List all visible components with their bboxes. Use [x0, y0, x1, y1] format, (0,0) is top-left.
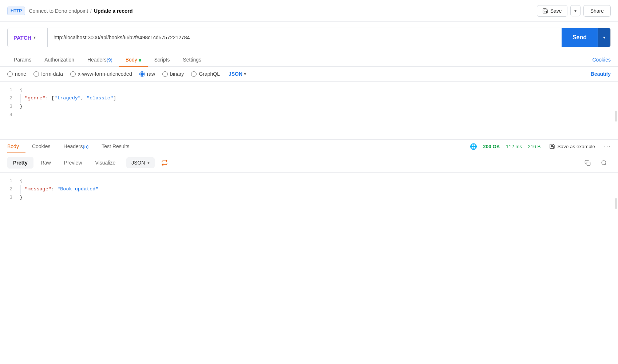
resp-line-num-1: 1	[0, 177, 18, 185]
resp-format-raw[interactable]: Raw	[35, 157, 57, 169]
req-line-num-2: 2	[0, 94, 18, 103]
body-type-form-data[interactable]: form-data	[33, 71, 63, 77]
body-type-none[interactable]: none	[7, 71, 26, 77]
resp-action-buttons	[581, 157, 611, 169]
resp-line-num-3: 3	[0, 194, 18, 202]
req-line-1: 1 {	[0, 86, 618, 94]
tab-headers-badge: (9)	[107, 57, 112, 63]
word-wrap-button[interactable]	[158, 157, 171, 169]
body-type-raw-radio[interactable]	[139, 71, 145, 77]
body-type-binary-radio[interactable]	[162, 71, 168, 77]
body-type-urlencoded-radio[interactable]	[70, 71, 76, 77]
status-size: 216 B	[528, 144, 540, 149]
req-line-num-4: 4	[0, 111, 18, 119]
save-label: Save	[550, 8, 562, 14]
breadcrumb-current: Update a record	[94, 8, 133, 14]
body-type-raw-label: raw	[147, 71, 155, 77]
response-format-row: Pretty Raw Preview Visualize JSON ▾	[0, 153, 618, 173]
resp-tab-cookies[interactable]: Cookies	[25, 140, 57, 153]
resp-tab-headers-badge: (5)	[83, 144, 88, 149]
tab-scripts[interactable]: Scripts	[148, 53, 177, 66]
save-button[interactable]: Save	[537, 5, 567, 17]
body-type-form-data-label: form-data	[41, 71, 63, 77]
body-type-raw[interactable]: raw	[139, 71, 155, 77]
save-example-label: Save as example	[557, 144, 595, 149]
more-options-button[interactable]: ⋯	[604, 142, 611, 150]
resp-json-format-button[interactable]: JSON ▾	[126, 157, 154, 168]
method-selector[interactable]: PATCH ▾	[8, 28, 48, 47]
status-time: 112 ms	[506, 144, 522, 149]
response-body-editor: 1 { 2 "message": "Book updated" 3 }	[0, 173, 618, 223]
response-status-area: 🌐 200 OK 112 ms 216 B Save as example ⋯	[470, 142, 611, 151]
resp-line-content-1: {	[18, 177, 618, 185]
req-editor-scrollbar	[615, 82, 617, 139]
more-options-dots: ⋯	[604, 142, 611, 150]
body-type-graphql[interactable]: GraphQL	[191, 71, 220, 77]
breadcrumb-parent: Connect to Deno endpoint	[29, 8, 88, 14]
req-line-content-2: "genre": ["tragedy", "classic"]	[18, 94, 618, 103]
req-line-2: 2 "genre": ["tragedy", "classic"]	[0, 94, 618, 103]
svg-point-1	[602, 161, 606, 165]
tab-body[interactable]: Body	[119, 53, 148, 66]
url-bar: PATCH ▾ Send ▾	[7, 28, 611, 47]
send-btn-group: Send ▾	[562, 28, 610, 47]
copy-response-button[interactable]	[581, 157, 594, 169]
send-dropdown-button[interactable]: ▾	[598, 28, 610, 47]
tab-settings[interactable]: Settings	[176, 53, 208, 66]
resp-format-pretty[interactable]: Pretty	[7, 157, 33, 169]
resp-tab-body[interactable]: Body	[7, 140, 25, 153]
resp-editor-scrollbar	[615, 173, 617, 223]
req-line-num-1: 1	[0, 86, 18, 94]
tab-body-label: Body	[126, 57, 137, 63]
search-response-button[interactable]	[597, 157, 611, 169]
http-badge: HTTP	[7, 7, 25, 15]
status-code: 200 OK	[483, 144, 500, 149]
resp-line-1: 1 {	[0, 177, 618, 185]
tab-params[interactable]: Params	[7, 53, 38, 66]
request-body-editor[interactable]: 1 { 2 "genre": ["tragedy", "classic"] 3 …	[0, 82, 618, 140]
resp-tab-test-results[interactable]: Test Results	[95, 140, 136, 153]
beautify-button[interactable]: Beautify	[591, 71, 611, 77]
copy-icon	[585, 160, 591, 166]
resp-line-content-2: "message": "Book updated"	[18, 185, 618, 194]
method-chevron-icon: ▾	[33, 35, 36, 40]
app-header: HTTP Connect to Deno endpoint / Update a…	[0, 0, 618, 22]
tab-headers[interactable]: Headers(9)	[81, 53, 119, 66]
json-format-chevron-icon: ▾	[244, 71, 246, 76]
resp-scrollbar-thumb	[615, 198, 617, 209]
header-left: HTTP Connect to Deno endpoint / Update a…	[7, 7, 133, 15]
tab-authorization[interactable]: Authorization	[38, 53, 81, 66]
body-type-binary[interactable]: binary	[162, 71, 184, 77]
share-button[interactable]: Share	[583, 5, 611, 17]
req-line-4: 4	[0, 111, 618, 119]
req-line-content-3: }	[18, 103, 618, 111]
body-type-form-data-radio[interactable]	[33, 71, 39, 77]
resp-tab-headers-label: Headers	[64, 143, 83, 149]
body-type-binary-label: binary	[170, 71, 184, 77]
body-type-graphql-radio[interactable]	[191, 71, 197, 77]
cookies-link[interactable]: Cookies	[592, 57, 611, 63]
resp-format-preview[interactable]: Preview	[58, 157, 88, 169]
url-input[interactable]	[48, 28, 562, 47]
req-line-3: 3 }	[0, 103, 618, 111]
req-line-num-3: 3	[0, 103, 18, 111]
send-button[interactable]: Send	[562, 28, 598, 47]
search-icon	[601, 160, 607, 166]
body-type-none-label: none	[15, 71, 26, 77]
body-type-urlencoded[interactable]: x-www-form-urlencoded	[70, 71, 132, 77]
wrap-icon	[161, 159, 168, 166]
json-format-selector[interactable]: JSON ▾	[229, 71, 246, 77]
resp-line-content-3: }	[18, 194, 618, 202]
resp-line-num-2: 2	[0, 185, 18, 194]
save-as-example-button[interactable]: Save as example	[546, 142, 598, 151]
save-dropdown-button[interactable]: ▾	[570, 5, 581, 16]
req-line-content-1: {	[18, 86, 618, 94]
breadcrumb: Connect to Deno endpoint / Update a reco…	[29, 8, 132, 14]
body-type-graphql-label: GraphQL	[199, 71, 220, 77]
response-tabs-row: Body Cookies Headers(5) Test Results 🌐 2…	[0, 140, 618, 153]
resp-tab-headers[interactable]: Headers(5)	[57, 140, 95, 153]
body-type-urlencoded-label: x-www-form-urlencoded	[78, 71, 132, 77]
body-type-none-radio[interactable]	[7, 71, 13, 77]
resp-format-visualize[interactable]: Visualize	[90, 157, 122, 169]
body-type-row: none form-data x-www-form-urlencoded raw…	[0, 67, 618, 82]
